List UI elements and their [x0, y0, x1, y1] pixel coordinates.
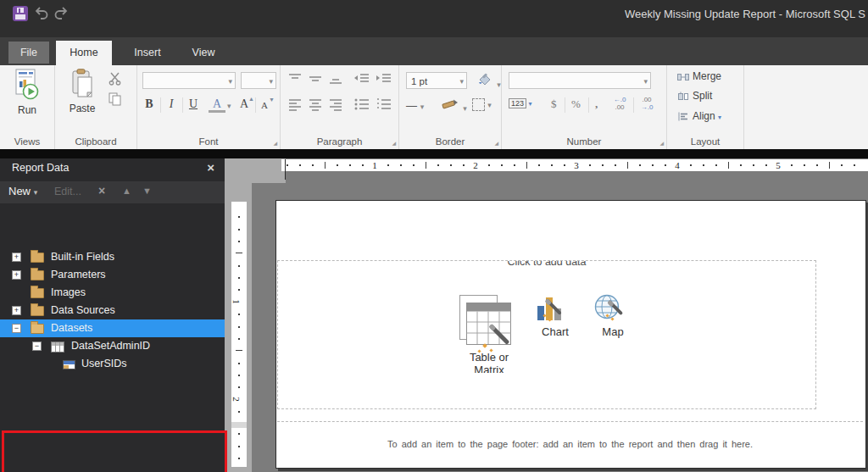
- ruler-tick: [238, 458, 240, 459]
- ruler-tick: [841, 164, 843, 166]
- align-bottom-icon[interactable]: [328, 72, 343, 88]
- numbered-list-icon[interactable]: [376, 97, 392, 114]
- ruler-tick: [238, 229, 240, 230]
- border-width-value: 1 pt: [411, 76, 427, 86]
- font-family-select[interactable]: ▾: [142, 72, 236, 89]
- move-up-icon[interactable]: ▲: [122, 186, 131, 196]
- font-size-select[interactable]: ▾: [241, 72, 276, 89]
- number-format-button[interactable]: 123 ▾: [509, 99, 532, 108]
- edit-button[interactable]: Edit...: [54, 186, 81, 197]
- ribbon-group-layout: Merge Split Align ▾ Layout: [667, 65, 744, 149]
- ruler-tick: [639, 164, 641, 166]
- open-folder-icon: [31, 324, 44, 334]
- ribbon-tab-row: File Home Insert View: [0, 37, 868, 65]
- tree-item-data-sources[interactable]: + Data Sources: [0, 302, 225, 319]
- align-button[interactable]: Align ▾: [677, 110, 721, 127]
- fill-color-icon[interactable]: ▾: [476, 72, 501, 90]
- ruler-tick: [238, 386, 240, 388]
- merge-button[interactable]: Merge: [677, 70, 721, 87]
- tree-item-images[interactable]: Images: [0, 284, 225, 302]
- redo-icon[interactable]: [53, 5, 70, 20]
- move-down-icon[interactable]: ▼: [142, 186, 152, 196]
- tab-home[interactable]: Home: [56, 41, 112, 65]
- ruler-tick: [703, 164, 704, 166]
- tree-item-built-in-fields[interactable]: + Built-in Fields: [0, 248, 225, 266]
- currency-button[interactable]: $: [551, 97, 557, 111]
- tree-item-datasetadminid[interactable]: − DataSetAdminID: [0, 337, 225, 355]
- title-bar: Weekly Missing Update Report - Microsoft…: [0, 0, 868, 37]
- ruler-tick: [715, 164, 717, 166]
- border-style-button[interactable]: — ▾: [406, 99, 424, 112]
- table-or-matrix-label: Table or Matrix: [453, 351, 525, 373]
- chevron-down-icon[interactable]: ▾: [227, 102, 231, 110]
- tab-file[interactable]: File: [8, 42, 49, 64]
- collapse-icon[interactable]: −: [12, 324, 21, 333]
- ruler-tick: [665, 164, 666, 166]
- tree-item-parameters[interactable]: + Parameters: [0, 266, 225, 284]
- ribbon: Run Views Paste: [0, 65, 868, 149]
- increase-indent-icon[interactable]: [376, 72, 392, 88]
- chart-button[interactable]: [537, 294, 572, 325]
- bullet-list-icon[interactable]: [353, 97, 370, 114]
- cut-button[interactable]: [108, 71, 122, 88]
- paragraph-dialog-launcher-icon[interactable]: ◢: [392, 140, 396, 146]
- align-middle-icon[interactable]: [308, 72, 323, 88]
- tab-insert[interactable]: Insert: [124, 41, 171, 65]
- paste-button[interactable]: Paste: [65, 69, 99, 114]
- font-color-button[interactable]: A: [209, 97, 225, 113]
- save-icon[interactable]: [13, 6, 28, 21]
- number-dialog-launcher-icon[interactable]: ◢: [659, 140, 664, 146]
- bold-button[interactable]: B: [141, 97, 158, 111]
- ribbon-group-paragraph: Paragraph ◢: [281, 65, 399, 149]
- collapse-icon[interactable]: −: [32, 342, 42, 351]
- align-top-icon[interactable]: [287, 72, 303, 88]
- horizontal-ruler: 12345: [281, 159, 868, 171]
- comma-button[interactable]: ,: [595, 97, 598, 111]
- undo-icon[interactable]: [33, 5, 50, 20]
- line-glyph: —: [406, 99, 417, 112]
- font-dialog-launcher-icon[interactable]: ◢: [273, 140, 277, 146]
- tree-item-usersids[interactable]: UserSIDs: [0, 355, 225, 373]
- report-page[interactable]: Click to add data: [275, 200, 866, 469]
- page-footer-divider: [277, 421, 863, 422]
- border-dialog-launcher-icon[interactable]: ◢: [494, 140, 498, 146]
- delete-icon[interactable]: ×: [98, 184, 105, 197]
- report-body-region[interactable]: Click to add data: [277, 260, 816, 409]
- ruler-tick: [816, 164, 818, 166]
- align-right-icon[interactable]: [328, 97, 343, 114]
- folder-icon: [31, 270, 44, 280]
- ruler-tick: [514, 164, 515, 166]
- map-button[interactable]: [594, 294, 630, 325]
- border-color-icon[interactable]: ▾: [440, 97, 467, 114]
- increase-decimal-button[interactable]: ←.0.00: [609, 96, 631, 111]
- ruler-tick: [238, 216, 240, 218]
- borders-box-icon[interactable]: ▾: [472, 98, 492, 111]
- views-group-label: Views: [0, 136, 54, 147]
- decrease-decimal-button[interactable]: .00→.0: [636, 96, 658, 111]
- number-format-select[interactable]: ▾: [509, 72, 651, 89]
- decrease-indent-icon[interactable]: [353, 72, 370, 88]
- ruler-tick: [238, 411, 240, 413]
- tab-view[interactable]: View: [181, 41, 225, 65]
- border-width-select[interactable]: 1 pt▾: [406, 72, 467, 89]
- ruler-tick: [362, 164, 364, 166]
- split-button[interactable]: Split: [677, 90, 712, 107]
- table-or-matrix-button[interactable]: [459, 295, 519, 351]
- align-center-icon[interactable]: [308, 97, 323, 114]
- ruler-tick: [589, 164, 591, 166]
- chevron-down-icon: ▾: [643, 73, 648, 90]
- ruler-tick: [238, 265, 240, 267]
- copy-button[interactable]: [108, 92, 122, 108]
- percent-button[interactable]: %: [571, 97, 581, 111]
- close-icon[interactable]: ×: [207, 160, 214, 175]
- expand-icon[interactable]: +: [12, 253, 21, 262]
- expand-icon[interactable]: +: [12, 270, 21, 280]
- expand-icon[interactable]: +: [12, 306, 21, 315]
- underline-button[interactable]: U: [185, 97, 202, 111]
- italic-button[interactable]: I: [163, 97, 180, 111]
- align-left-icon[interactable]: [287, 97, 303, 114]
- tree-item-datasets[interactable]: − Datasets: [0, 319, 225, 337]
- run-button[interactable]: Run: [12, 69, 42, 116]
- ribbon-group-border: 1 pt▾ ▾ — ▾ ▾ ▾ Border ◢: [399, 65, 502, 149]
- new-button[interactable]: New ▾: [8, 185, 37, 197]
